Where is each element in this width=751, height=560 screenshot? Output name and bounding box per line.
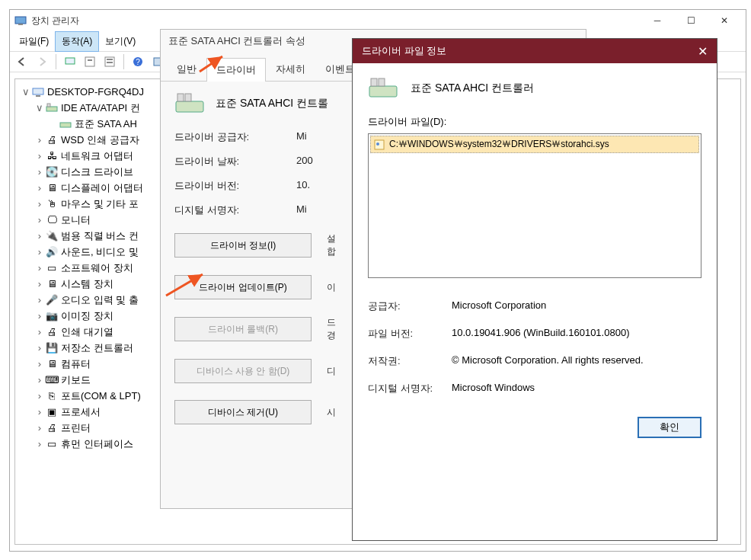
driver-file-item[interactable]: C:￦WINDOWS￦system32￦DRIVERS￦storahci.sys — [370, 136, 699, 153]
device-remove-button[interactable]: 디바이스 제거(U) — [174, 400, 312, 424]
svg-rect-11 — [33, 88, 43, 94]
devmgr-title: 장치 관리자 — [31, 14, 641, 27]
drvinfo-titlebar: 드라이버 파일 정보 ✕ — [353, 39, 717, 63]
monitor-icon: 🖵 — [46, 214, 58, 226]
svg-rect-17 — [177, 94, 184, 101]
cpu-icon: ▣ — [46, 406, 58, 418]
tree-ide-label: IDE ATA/ATAPI 컨 — [61, 100, 140, 116]
lbl-date: 드라이버 날짜: — [174, 155, 296, 168]
svg-rect-6 — [107, 59, 113, 60]
port-icon: ⎘ — [46, 390, 58, 402]
svg-rect-14 — [47, 104, 50, 107]
driver-update-desc: 이 — [327, 281, 336, 294]
controller-icon — [46, 102, 58, 114]
val-date: 200 — [296, 155, 313, 168]
svg-rect-0 — [15, 17, 26, 24]
menu-action[interactable]: 동작(A) — [55, 31, 99, 52]
device-disable-desc: 디 — [327, 365, 336, 378]
val-provider: Mi — [296, 130, 307, 144]
disk-icon: 💽 — [46, 166, 58, 178]
devmgr-titlebar: 장치 관리자 ─ ☐ ✕ — [10, 10, 746, 31]
mouse-icon: 🖱 — [46, 198, 58, 210]
driver-files-label: 드라이버 파일(D): — [368, 115, 701, 129]
svg-rect-23 — [379, 78, 385, 86]
printer-icon: 🖨 — [46, 422, 58, 434]
device-disable-button[interactable]: 디바이스 사용 안 함(D) — [174, 359, 312, 383]
svg-rect-2 — [66, 58, 75, 64]
file-icon — [374, 139, 385, 150]
driver-file-path: C:￦WINDOWS￦system32￦DRIVERS￦storahci.sys — [389, 138, 609, 151]
svg-rect-24 — [375, 140, 384, 149]
tree-sata-label: 표준 SATA AH — [75, 116, 137, 132]
display-icon: 🖥 — [46, 182, 58, 194]
svg-point-25 — [376, 142, 379, 146]
audio-io-icon: 🎤 — [46, 294, 58, 306]
controller-icon — [174, 92, 205, 115]
lbl-file-version: 파일 버전: — [368, 327, 452, 341]
svg-rect-18 — [185, 94, 191, 101]
val-version: 10. — [296, 179, 310, 193]
val-file-version: 10.0.19041.906 (WinBuild.160101.0800) — [452, 327, 629, 341]
svg-rect-15 — [60, 123, 71, 127]
devmgr-icon — [14, 14, 27, 27]
tab-general[interactable]: 일반 — [167, 57, 206, 81]
ok-button[interactable]: 확인 — [638, 417, 701, 438]
software-icon: ▭ — [46, 262, 58, 274]
device-remove-desc: 시 — [327, 406, 336, 419]
tb-properties-icon[interactable] — [101, 53, 119, 71]
window-controls: ─ ☐ ✕ — [641, 11, 741, 30]
storage-icon: 💾 — [46, 342, 58, 354]
menu-view[interactable]: 보기(V) — [99, 32, 142, 51]
computer-icon — [32, 86, 44, 98]
driver-update-button[interactable]: 드라이버 업데이트(P) — [174, 275, 312, 299]
val-file-copyright: © Microsoft Corporation. All rights rese… — [452, 354, 644, 368]
drvinfo-title: 드라이버 파일 정보 — [362, 44, 446, 58]
tb-help-icon[interactable]: ? — [129, 53, 147, 71]
props-title: 표준 SATA AHCI 컨트롤러 속성 — [168, 34, 305, 48]
hid-icon: ▭ — [46, 438, 58, 450]
tree-sata-device[interactable]: 표준 SATA AH — [49, 116, 137, 132]
svg-rect-21 — [369, 86, 397, 97]
maximize-button[interactable]: ☐ — [674, 11, 708, 30]
driver-rollback-button[interactable]: 드라이버 롤백(R) — [174, 317, 312, 341]
network-icon: 🖧 — [46, 150, 58, 162]
val-signer: Mi — [296, 203, 307, 217]
controller-icon — [59, 118, 72, 130]
tb-scan-icon[interactable] — [81, 53, 99, 71]
driver-file-info-dialog: 드라이버 파일 정보 ✕ 표준 SATA AHCI 컨트롤러 드라이버 파일(D… — [352, 38, 717, 541]
lbl-signer: 디지털 서명자: — [174, 203, 296, 217]
forward-button[interactable] — [33, 53, 51, 71]
svg-rect-7 — [107, 62, 113, 63]
lbl-file-copyright: 저작권: — [368, 354, 452, 368]
props-device-name: 표준 SATA AHCI 컨트롤 — [216, 97, 328, 110]
printer-icon: 🖨 — [46, 134, 58, 146]
driver-info-desc: 설 합 — [327, 232, 336, 258]
svg-rect-3 — [85, 57, 94, 66]
lbl-version: 드라이버 버전: — [174, 179, 296, 193]
menu-file[interactable]: 파일(F) — [13, 32, 55, 51]
close-icon[interactable]: ✕ — [698, 44, 708, 59]
driver-files-list[interactable]: C:￦WINDOWS￦system32￦DRIVERS￦storahci.sys — [368, 133, 701, 278]
tb-computer-icon[interactable] — [61, 53, 79, 71]
svg-rect-16 — [176, 101, 203, 112]
lbl-provider: 드라이버 공급자: — [174, 130, 296, 144]
tab-details[interactable]: 자세히 — [266, 57, 315, 81]
tree-root-label: DESKTOP-FGRQ4DJ — [47, 84, 144, 100]
svg-rect-22 — [371, 78, 377, 86]
svg-rect-4 — [88, 59, 92, 61]
keyboard-icon: ⌨ — [46, 374, 58, 386]
drvinfo-device-name: 표준 SATA AHCI 컨트롤러 — [411, 82, 534, 95]
lbl-file-provider: 공급자: — [368, 299, 452, 313]
val-file-signer: Microsoft Windows — [452, 382, 535, 395]
computer-icon: 🖥 — [46, 358, 58, 370]
close-button[interactable]: ✕ — [708, 11, 741, 30]
driver-info-button[interactable]: 드라이버 정보(I) — [174, 233, 312, 258]
print-queue-icon: 🖨 — [46, 326, 58, 338]
driver-rollback-desc: 드 경 — [327, 316, 336, 342]
svg-text:?: ? — [136, 58, 140, 66]
tab-driver[interactable]: 드라이버 — [206, 58, 266, 82]
back-button[interactable] — [13, 53, 31, 71]
controller-icon — [368, 77, 398, 100]
minimize-button[interactable]: ─ — [641, 11, 674, 30]
val-file-provider: Microsoft Corporation — [452, 299, 546, 313]
